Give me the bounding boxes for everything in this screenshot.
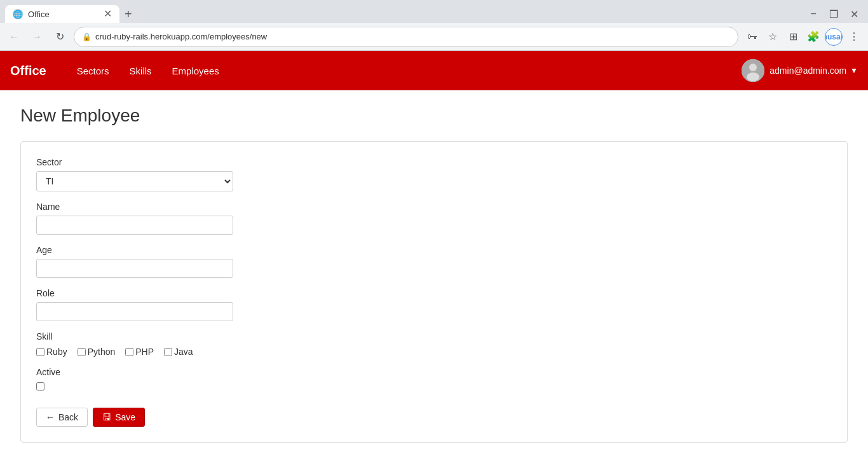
new-tab-button[interactable]: +: [122, 4, 135, 24]
navbar-brand[interactable]: Office: [10, 64, 46, 78]
name-group: Name: [36, 202, 832, 235]
skill-label: Skill: [36, 331, 832, 342]
back-button[interactable]: ← Back: [36, 408, 88, 427]
extensions-icon[interactable]: ⊞: [784, 28, 802, 46]
tab-close-button[interactable]: ✕: [104, 9, 112, 19]
star-icon[interactable]: ☆: [764, 28, 782, 46]
tab-title: Office: [28, 10, 50, 19]
nav-link-sectors[interactable]: Sectors: [67, 53, 119, 89]
form-buttons: ← Back 🖫 Save: [36, 408, 832, 427]
dropdown-arrow-icon: ▼: [850, 66, 858, 75]
age-input[interactable]: [36, 259, 233, 278]
user-dropdown-button[interactable]: admin@admin.com ▼: [770, 66, 858, 76]
skill-python-label: Python: [88, 347, 116, 357]
minimize-button[interactable]: −: [804, 5, 822, 23]
age-label: Age: [36, 245, 832, 255]
page-title: New Employee: [20, 106, 848, 126]
form-card: Sector TI HR Finance Marketing Name Age: [20, 141, 848, 443]
skill-java-item: Java: [164, 347, 193, 357]
user-avatar: [742, 59, 764, 82]
role-input[interactable]: [36, 302, 233, 321]
role-label: Role: [36, 288, 832, 298]
skill-group: Skill Ruby Python PHP: [36, 331, 832, 357]
back-nav-button[interactable]: ←: [5, 28, 23, 46]
skill-ruby-checkbox[interactable]: [36, 348, 44, 356]
active-checkbox[interactable]: [36, 382, 44, 390]
role-group: Role: [36, 288, 832, 321]
lock-icon: 🔒: [82, 32, 92, 41]
skill-java-label: Java: [174, 347, 193, 357]
skill-python-item: Python: [78, 347, 116, 357]
user-email: admin@admin.com: [770, 66, 846, 76]
age-group: Age: [36, 245, 832, 278]
svg-point-2: [747, 73, 759, 81]
save-icon: 🖫: [102, 412, 111, 422]
key-icon[interactable]: 🗝: [743, 28, 761, 46]
name-label: Name: [36, 202, 832, 212]
sector-select[interactable]: TI HR Finance Marketing: [36, 171, 233, 191]
reload-button[interactable]: ↻: [51, 28, 69, 46]
navbar: Office Sectors Skills Employees: [0, 51, 868, 90]
avatar-icon: [742, 59, 764, 82]
maximize-button[interactable]: ❒: [825, 5, 843, 23]
sector-label: Sector: [36, 157, 832, 167]
skill-ruby-label: Ruby: [46, 347, 67, 357]
menu-button[interactable]: ⋮: [845, 28, 863, 46]
name-input[interactable]: [36, 216, 233, 235]
sector-group: Sector TI HR Finance Marketing: [36, 157, 832, 191]
skill-php-checkbox[interactable]: [125, 348, 133, 356]
active-group: Active: [36, 367, 832, 392]
profile-button[interactable]: Pausada: [825, 28, 843, 46]
save-button[interactable]: 🖫 Save: [93, 408, 145, 427]
url-text: crud-ruby-rails.herokuapp.com/employees/…: [95, 32, 267, 41]
skill-ruby-item: Ruby: [36, 347, 67, 357]
navbar-right: admin@admin.com ▼: [742, 59, 858, 82]
skill-checkboxes: Ruby Python PHP Java: [36, 347, 832, 357]
puzzle-icon[interactable]: 🧩: [804, 28, 822, 46]
nav-link-employees[interactable]: Employees: [162, 53, 229, 89]
main-content: New Employee Sector TI HR Finance Market…: [0, 90, 868, 463]
skill-python-checkbox[interactable]: [78, 348, 86, 356]
profile-label: Pausada: [825, 32, 843, 41]
back-arrow-icon: ←: [46, 412, 55, 422]
save-label: Save: [115, 412, 135, 422]
skill-php-item: PHP: [125, 347, 154, 357]
skill-php-label: PHP: [135, 347, 154, 357]
forward-nav-button[interactable]: →: [28, 28, 46, 46]
skill-java-checkbox[interactable]: [164, 348, 172, 356]
active-label: Active: [36, 367, 832, 377]
navbar-nav: Sectors Skills Employees: [67, 53, 229, 89]
close-button[interactable]: ✕: [845, 5, 863, 23]
address-bar[interactable]: 🔒 crud-ruby-rails.herokuapp.com/employee…: [74, 27, 738, 47]
tab-favicon: 🌐: [13, 9, 23, 19]
nav-link-skills[interactable]: Skills: [119, 53, 162, 89]
back-label: Back: [58, 412, 78, 422]
svg-point-1: [749, 64, 757, 71]
